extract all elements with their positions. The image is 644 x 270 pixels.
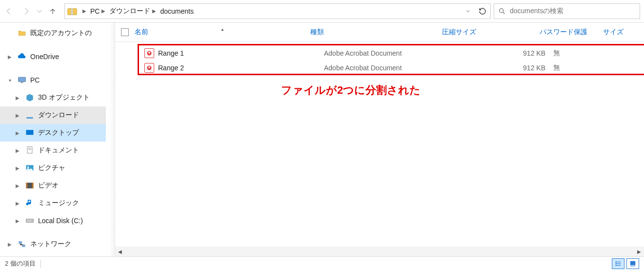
nav-recent-dropdown[interactable] [35,0,44,22]
annotation-text: ファイルが2つに分割された [281,83,421,98]
sort-asc-icon: ▲ [135,27,310,32]
breadcrumb-downloads[interactable]: ダウンロード▶ [108,7,159,16]
refresh-button[interactable] [475,4,490,19]
sidebar-item-local-disk-c[interactable]: ▶ Local Disk (C:) [0,212,115,229]
svg-rect-1 [71,8,73,15]
svg-point-11 [27,166,29,168]
status-item-count: 2 個の項目 [5,259,36,268]
downloads-icon [24,110,35,121]
svg-rect-22 [617,263,621,264]
drive-icon [24,215,35,226]
sidebar-item-network[interactable]: ▶ ネットワーク [0,235,115,253]
svg-rect-14 [32,183,34,188]
svg-rect-25 [630,261,636,265]
svg-rect-23 [616,265,617,266]
svg-rect-19 [616,261,617,262]
column-compressed-size[interactable]: 圧縮サイズ [442,28,540,37]
select-all-checkbox[interactable] [121,28,129,36]
sidebar-item-documents[interactable]: ▶ ドキュメント [0,142,115,159]
svg-rect-4 [21,82,23,83]
search-input[interactable]: documentsの検索 [494,3,640,19]
svg-rect-17 [19,241,22,244]
search-icon [498,7,506,15]
3d-objects-icon [24,92,35,103]
sidebar-item-pc[interactable]: ▾ PC [0,71,115,89]
videos-icon [24,180,35,191]
sidebar-item-desktop[interactable]: ▶ デスクトップ [0,124,115,142]
address-bar[interactable]: ▶ PC▶ ダウンロード▶ documents [64,3,491,19]
navigation-pane: 既定のアカウントの ▶ OneDrive ▾ PC ▶ 3D オブジェクト ▶ … [0,22,115,256]
status-bar: 2 個の項目 [0,256,644,270]
svg-rect-20 [617,261,621,262]
svg-rect-26 [630,266,636,266]
chevron-down-icon: ▾ [6,78,14,83]
svg-rect-24 [617,265,621,265]
nav-forward-button[interactable] [18,0,35,22]
search-placeholder: documentsの検索 [510,7,564,16]
breadcrumb-documents[interactable]: documents [159,7,194,15]
column-type[interactable]: 種類 [310,28,442,37]
svg-rect-21 [616,263,617,264]
column-headers: ▲ 名前 種類 圧縮サイズ パスワード保護 サイズ [115,22,644,42]
sidebar-item-3d-objects[interactable]: ▶ 3D オブジェクト [0,89,115,106]
annotation-highlight-box [138,44,644,75]
breadcrumb-pc[interactable]: PC▶ [89,7,108,15]
svg-rect-5 [26,117,33,119]
view-details-button[interactable] [612,258,624,269]
nav-up-button[interactable] [44,0,61,22]
svg-point-16 [32,220,33,221]
svg-rect-13 [26,183,28,188]
scroll-right-button[interactable]: ▶ [634,247,644,256]
network-icon [17,239,27,249]
music-icon [24,198,35,208]
sidebar-item-default-account[interactable]: 既定のアカウントの [0,24,115,42]
chevron-right-icon: ▶ [6,54,14,60]
sidebar-item-onedrive[interactable]: ▶ OneDrive [0,48,115,65]
desktop-icon [24,127,35,138]
nav-back-button[interactable] [0,0,18,22]
sidebar-item-downloads[interactable]: ▶ ダウンロード [0,106,115,124]
sidebar-item-pictures[interactable]: ▶ ピクチャ [0,159,115,177]
sidebar-item-videos[interactable]: ▶ ビデオ [0,177,115,194]
sidebar-item-music[interactable]: ▶ ミュージック [0,194,115,212]
sidebar-scrollbar-thumb[interactable] [107,130,114,154]
chevron-right-icon: ▶ [80,8,88,14]
zip-folder-icon [67,6,78,17]
svg-point-2 [500,8,503,12]
scroll-left-button[interactable]: ◀ [115,247,125,256]
address-history-dropdown[interactable] [461,4,475,19]
folder-icon [17,28,27,39]
svg-rect-7 [27,147,32,153]
column-password[interactable]: パスワード保護 [540,28,603,37]
column-size[interactable]: サイズ [603,28,632,37]
onedrive-icon [17,51,27,62]
svg-rect-3 [19,77,26,82]
column-name[interactable]: ▲ 名前 [135,28,310,37]
pictures-icon [24,163,35,173]
svg-rect-6 [26,130,34,135]
pc-icon [17,75,27,85]
view-large-icons-button[interactable] [626,258,639,269]
documents-icon [24,145,35,156]
horizontal-scrollbar[interactable]: ◀ ▶ [115,247,644,256]
